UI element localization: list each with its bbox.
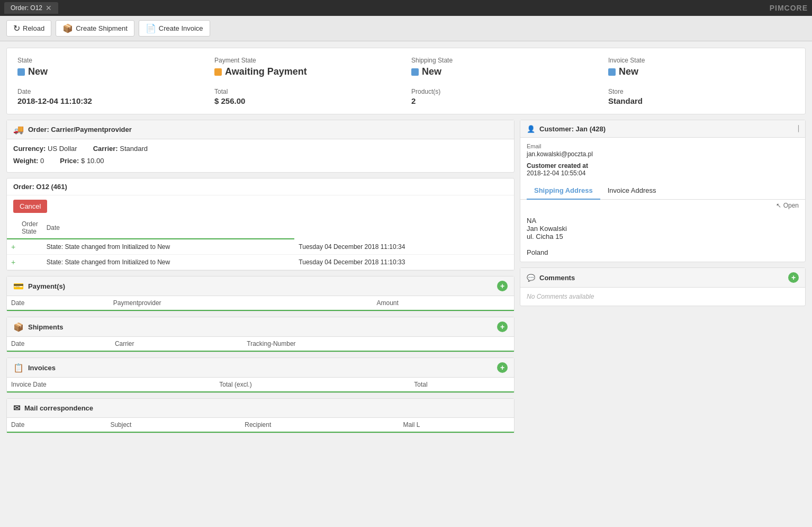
mail-col-recipient: Recipient <box>240 418 399 432</box>
expand-cell: + <box>7 239 42 255</box>
shipments-col-date: Date <box>7 337 111 351</box>
address-line1: NA <box>527 217 799 225</box>
products-label: Product(s) <box>411 88 598 95</box>
weight-value: 0 <box>40 157 44 165</box>
payment-state-dot <box>214 68 222 76</box>
create-shipment-button[interactable]: 📦 Create Shipment <box>56 20 134 37</box>
order-state-cell: State: State changed from Initialized to… <box>42 239 295 255</box>
payments-panel: 💳 Payment(s) + Date Paymentprovider Amou… <box>6 276 515 311</box>
price-value: $ 10.00 <box>81 157 104 165</box>
date-cell: Tuesday 04 December 2018 11:10:34 <box>294 239 514 255</box>
reload-button[interactable]: ↻ Reload <box>6 20 51 37</box>
order-section-title: Order: O12 (461) <box>13 183 67 191</box>
order-section-header: Order: O12 (461) <box>7 178 514 195</box>
date-label: Date <box>17 88 204 95</box>
table-row: + State: State changed from Initialized … <box>7 239 514 255</box>
comments-add-button[interactable]: + <box>788 272 799 283</box>
shipments-title: Shipments <box>28 323 63 331</box>
address-country: Poland <box>527 248 799 256</box>
tab-order[interactable]: Order: O12 ✕ <box>4 2 58 14</box>
cancel-button[interactable]: Cancel <box>13 200 47 213</box>
products-value: 2 <box>411 96 598 105</box>
state-value: New <box>28 66 48 77</box>
right-column: 👤 Customer: Jan (428) ⎹ Email jan.kowals… <box>520 120 806 306</box>
table-row: + State: State changed from Initialized … <box>7 255 514 270</box>
state-label: State <box>17 57 204 64</box>
shipments-icon: 📦 <box>13 322 24 332</box>
mail-col-mail-l: Mail L <box>399 418 514 432</box>
expand-icon[interactable]: + <box>11 258 15 266</box>
address-tab-bar: Shipping Address Invoice Address <box>520 182 805 200</box>
invoices-table: Invoice Date Total (excl.) Total <box>7 378 514 392</box>
state-item: State New <box>17 57 204 77</box>
total-item: Total $ 256.00 <box>214 88 401 105</box>
order-state-table: Order State Date + State: State changed … <box>7 217 514 270</box>
tab-invoice-address[interactable]: Invoice Address <box>600 182 664 200</box>
tab-shipping-address[interactable]: Shipping Address <box>527 182 600 200</box>
col-order-state: Order State <box>7 217 42 239</box>
title-bar: Order: O12 ✕ PIMCORE <box>0 0 812 16</box>
comments-title: Comments <box>539 274 575 282</box>
total-value: $ 256.00 <box>214 96 401 105</box>
close-icon[interactable]: ✕ <box>46 4 52 12</box>
invoices-panel: 📋 Invoices + Invoice Date Total (excl.) … <box>6 358 515 393</box>
carrier-icon: 🚚 <box>13 124 24 135</box>
invoices-add-button[interactable]: + <box>497 362 508 373</box>
date-value: 2018-12-04 11:10:32 <box>17 96 204 105</box>
shipping-state-label: Shipping State <box>411 57 598 64</box>
invoice-state-label: Invoice State <box>608 57 795 64</box>
date-item: Date 2018-12-04 11:10:32 <box>17 88 204 105</box>
shipment-icon: 📦 <box>62 23 73 33</box>
currency-value: US Dollar <box>48 145 77 153</box>
mail-icon: ✉ <box>13 403 20 413</box>
payment-state-value: Awaiting Payment <box>225 66 307 77</box>
email-label: Email <box>527 143 799 149</box>
mail-table: Date Subject Recipient Mail L <box>7 418 514 433</box>
state-dot <box>17 68 25 76</box>
payments-icon: 💳 <box>13 281 24 291</box>
invoices-icon: 📋 <box>13 363 24 373</box>
customer-panel: 👤 Customer: Jan (428) ⎹ Email jan.kowals… <box>520 120 806 262</box>
invoices-col-date: Invoice Date <box>7 378 215 392</box>
comments-icon: 💬 <box>527 274 535 282</box>
carrier-panel-header: 🚚 Order: Carrier/Paymentprovider <box>7 120 514 139</box>
invoices-col-total: Total <box>410 378 514 392</box>
order-panel: Order: O12 (461) Cancel Order State Date… <box>6 178 515 271</box>
payments-add-button[interactable]: + <box>497 281 508 291</box>
invoice-state-item: Invoice State New <box>608 57 795 77</box>
customer-title: Customer: Jan (428) <box>539 125 606 133</box>
col-date: Date <box>42 217 295 239</box>
shipments-col-tracking: Tracking-Number <box>242 337 514 351</box>
cursor-icon: ↖ <box>776 202 781 209</box>
status-card: State New Payment State Awaiting Payment… <box>6 48 806 114</box>
mail-panel-header: ✉ Mail correspondence <box>7 399 514 418</box>
payments-col-amount: Amount <box>373 296 515 310</box>
shipments-add-button[interactable]: + <box>497 321 508 332</box>
expand-icon[interactable]: + <box>11 243 15 251</box>
mail-title: Mail correspondence <box>24 404 93 412</box>
payments-panel-header: 💳 Payment(s) + <box>7 276 514 296</box>
store-label: Store <box>608 88 795 95</box>
open-button[interactable]: ↖ Open <box>520 200 805 211</box>
create-invoice-button[interactable]: 📄 Create Invoice <box>139 20 210 37</box>
address-line2: Jan Kowalski <box>527 225 799 233</box>
email-value: jan.kowalski@poczta.pl <box>527 150 799 158</box>
shipments-col-carrier: Carrier <box>111 337 242 351</box>
payments-title: Payment(s) <box>28 282 65 290</box>
comments-panel: 💬 Comments + No Comments available <box>520 267 806 306</box>
reload-icon: ↻ <box>13 23 20 33</box>
weight-kv: Weight: 0 <box>13 157 44 165</box>
tab-label: Order: O12 <box>11 4 42 12</box>
invoices-title: Invoices <box>28 364 56 372</box>
comments-panel-header: 💬 Comments + <box>520 268 805 288</box>
main-content: State New Payment State Awaiting Payment… <box>0 41 812 440</box>
carrier-kv: Carrier: Standard <box>93 145 148 153</box>
store-item: Store Standard <box>608 88 795 105</box>
invoice-icon: 📄 <box>146 23 156 33</box>
shipments-panel: 📦 Shipments + Date Carrier Tracking-Numb… <box>6 317 515 352</box>
address-line3: ul. Cicha 15 <box>527 233 799 240</box>
expand-cell: + <box>7 255 42 270</box>
edit-icon[interactable]: ⎹ <box>792 124 799 133</box>
carrier-panel-title: Order: Carrier/Paymentprovider <box>28 126 132 133</box>
shipping-state-value: New <box>422 66 441 77</box>
